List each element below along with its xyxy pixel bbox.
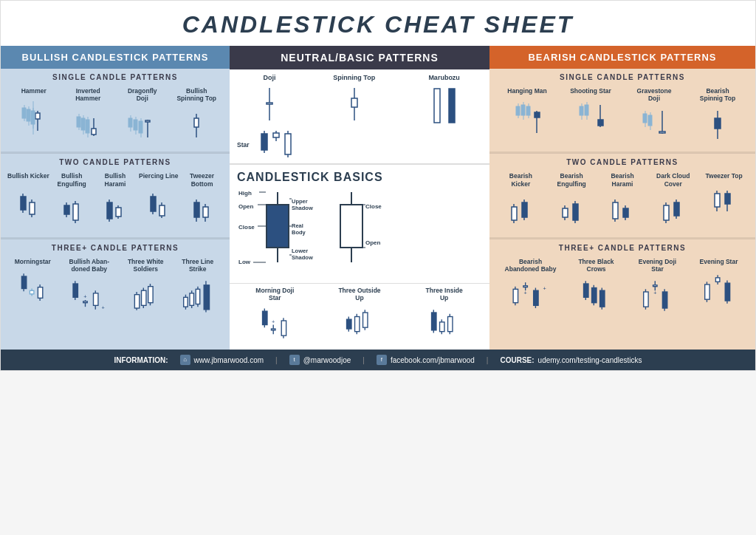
bearish-single-patterns: Hanging Man [489, 84, 755, 151]
page: CANDLESTICK CHEAT SHEET BULLISH CANDLEST… [0, 0, 756, 371]
three-line-strike-icon [177, 276, 218, 316]
svg-rect-214 [715, 118, 721, 129]
svg-rect-14 [77, 117, 80, 127]
svg-text:Body: Body [292, 229, 306, 236]
svg-rect-26 [128, 118, 132, 127]
svg-rect-156 [262, 312, 267, 325]
footer-facebook-item: f facebook.com/jbmarwood [377, 355, 475, 365]
pattern-hammer: Hammer [13, 87, 55, 138]
bullish-two-header: TWO CANDLE PATTERNS [1, 153, 230, 169]
svg-rect-223 [563, 208, 568, 217]
svg-rect-77 [38, 287, 42, 299]
svg-rect-267 [644, 292, 648, 307]
pattern-bullish-engulfing: Bullish Engulfing [50, 172, 93, 231]
svg-rect-187 [521, 105, 525, 115]
svg-rect-11 [31, 111, 35, 124]
bullish-abandoned-baby-icon: + + [63, 276, 115, 316]
morningstar-icon [13, 268, 53, 309]
basics-section: CANDLESTICK BASICS High [230, 163, 489, 283]
bullish-single-patterns: Hammer [1, 84, 230, 151]
doji-icon [259, 84, 280, 128]
bullish-harami-icon [94, 191, 135, 231]
svg-rect-217 [512, 207, 517, 220]
svg-rect-181 [448, 317, 453, 332]
svg-rect-149 [340, 205, 362, 248]
svg-text:Lower: Lower [292, 248, 308, 254]
spinning-top-icon [344, 84, 365, 128]
svg-rect-118 [449, 89, 455, 123]
dragonfly-doji-icon [122, 105, 162, 146]
svg-rect-62 [159, 205, 165, 216]
svg-rect-17 [81, 118, 85, 130]
svg-text:Open: Open [365, 239, 381, 246]
svg-rect-166 [347, 320, 351, 330]
svg-rect-117 [434, 89, 440, 123]
pattern-three-black-crows: Three Black Crows [575, 258, 618, 316]
bearish-three-header: THREE+ CANDLE PATTERNS [489, 239, 755, 255]
svg-rect-205 [643, 114, 647, 123]
inverted-hammer-icon [68, 105, 109, 146]
pattern-bullish-abandoned-baby: Bullish Aban-doned Baby + [63, 258, 115, 316]
svg-text:Real: Real [292, 222, 303, 229]
pattern-three-outside-up: Three Outside Up [338, 287, 381, 345]
neutral-header: NEUTRAL/BASIC PATTERNS [230, 46, 489, 69]
svg-rect-196 [580, 106, 583, 115]
svg-rect-100 [184, 297, 188, 307]
pattern-bearish-harami: Bearish Harami [601, 172, 644, 231]
basics-bearish-svg: High Open Close Low Upper Shadow [237, 188, 326, 277]
svg-text:+: + [83, 293, 86, 300]
columns-container: BULLISH CANDLESTICK PATTERNS SINGLE CAND… [1, 46, 755, 350]
bearish-single-header: SINGLE CANDLE PATTERNS [489, 69, 755, 84]
bullish-column: BULLISH CANDLESTICK PATTERNS SINGLE CAND… [1, 46, 230, 350]
svg-rect-115 [351, 98, 357, 107]
pattern-bearish-abandoned-baby: Bearish Abandoned Baby + [505, 258, 557, 316]
svg-text:+: + [523, 290, 526, 296]
tweezer-top-icon [704, 183, 744, 224]
svg-rect-241 [715, 194, 720, 207]
pattern-dragonfly-doji: Dragonfly Doji [121, 87, 164, 146]
svg-rect-175 [432, 313, 436, 330]
bullish-single-header: SINGLE CANDLE PATTERNS [1, 69, 230, 84]
neutral-doji: Doji [259, 74, 280, 128]
neutral-three-section: Morning Doji Star + [230, 283, 489, 350]
home-icon: ⌂ [180, 355, 190, 365]
footer-home-item: ⌂ www.jbmarwood.com [180, 355, 264, 365]
svg-rect-29 [134, 120, 137, 130]
svg-rect-261 [592, 288, 597, 303]
bearish-column: BEARISH CANDLESTICK PATTERNS SINGLE CAND… [489, 46, 755, 350]
twitter-icon: t [289, 355, 300, 365]
svg-rect-5 [22, 108, 26, 118]
svg-rect-109 [204, 285, 209, 310]
pattern-tweezer-top: Tweezer Top [703, 172, 746, 223]
footer-course-item: COURSE: udemy.com/testing-candlesticks [500, 356, 642, 364]
svg-rect-247 [513, 289, 518, 302]
morning-doji-star-icon: + [255, 304, 295, 345]
bullish-three-patterns: Morningstar Bullish Aban-doned Ba [1, 255, 230, 322]
svg-rect-94 [141, 290, 145, 305]
svg-rect-87 [93, 293, 97, 306]
hanging-man-icon [507, 98, 548, 138]
svg-rect-50 [73, 204, 78, 220]
three-inside-up-icon [424, 304, 464, 345]
svg-rect-83 [83, 301, 88, 303]
pattern-bearish-engulfing: Bearish Engulfing [550, 172, 593, 231]
svg-rect-163 [281, 321, 286, 335]
svg-text:+: + [101, 304, 104, 311]
pattern-tweezer-bottom: Tweezer Bottom [181, 172, 224, 231]
svg-rect-172 [363, 313, 368, 327]
svg-rect-38 [194, 118, 199, 127]
basics-title: CANDLESTICK BASICS [237, 171, 482, 184]
svg-rect-184 [516, 106, 520, 115]
svg-rect-235 [664, 205, 669, 220]
svg-rect-123 [273, 133, 279, 137]
pattern-evening-doji-star: Evening Doji Star + [636, 258, 679, 316]
pattern-shooting-star: Shooting Star [569, 87, 612, 138]
pattern-evening-star: Evening Star [698, 258, 740, 309]
svg-rect-35 [145, 120, 150, 122]
marubozu-dark-icon [446, 86, 458, 126]
svg-rect-258 [584, 284, 588, 297]
dark-cloud-cover-icon [653, 191, 693, 231]
svg-rect-23 [92, 129, 96, 134]
svg-rect-8 [27, 109, 30, 121]
footer: INFORMATION: ⌂ www.jbmarwood.com | t @ma… [1, 350, 755, 370]
